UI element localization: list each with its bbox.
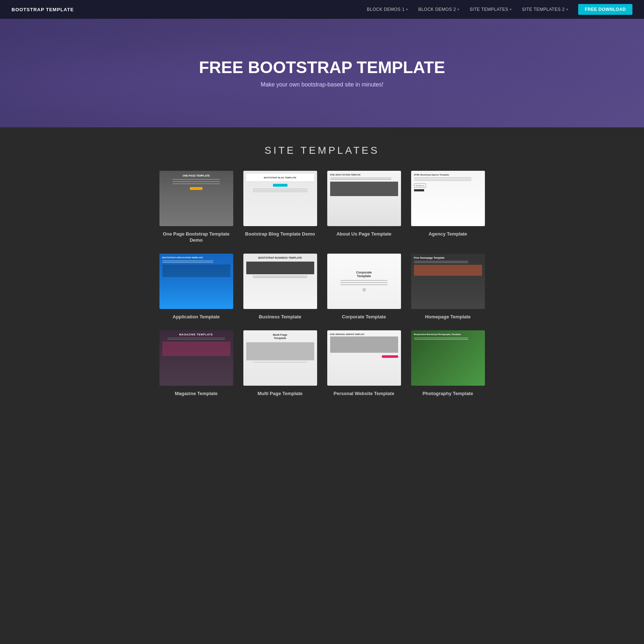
section-title: SITE TEMPLATES bbox=[22, 145, 622, 156]
template-card[interactable]: HTML Bootstrap Agency Template Contact u… bbox=[411, 171, 485, 243]
template-card[interactable]: Responsive Bootstrap Photography Templat… bbox=[411, 330, 485, 397]
chevron-down-icon: ▾ bbox=[457, 8, 460, 11]
template-thumbnail: HTML Bootstrap Agency Template Contact u… bbox=[411, 171, 485, 226]
nav-block-demos-2[interactable]: BLOCK DEMOS 2 ▾ bbox=[414, 5, 464, 14]
template-label: Photography Template bbox=[411, 391, 485, 397]
hero-subtitle: Make your own bootstrap-based site in mi… bbox=[199, 81, 445, 88]
template-thumbnail: HTML Personal Website Template bbox=[327, 330, 401, 386]
template-label: Application Template bbox=[159, 314, 233, 320]
hero-content: FREE BOOTSTRAP TEMPLATE Make your own bo… bbox=[199, 58, 445, 88]
nav-block-demos-1[interactable]: BLOCK DEMOS 1 ▾ bbox=[363, 5, 413, 14]
template-label: Corporate Template bbox=[327, 314, 401, 320]
template-card[interactable]: HTML ABOUT US PAGE TEMPLATE About Us Pag… bbox=[327, 171, 401, 243]
template-label: About Us Page Template bbox=[327, 231, 401, 237]
template-card[interactable]: Multi PageTemplate Multi Page Template bbox=[243, 330, 317, 397]
template-card[interactable]: ONE PAGE TEMPLATE One Page Bootstrap Tem… bbox=[159, 171, 233, 243]
template-thumbnail: CorporateTemplate bbox=[327, 254, 401, 309]
template-thumbnail: Free Homepage Template bbox=[411, 254, 485, 309]
template-card[interactable]: CorporateTemplate Corporate Template bbox=[327, 254, 401, 320]
template-label: Multi Page Template bbox=[243, 391, 317, 397]
template-thumbnail: ONE PAGE TEMPLATE bbox=[159, 171, 233, 226]
template-card[interactable]: Bootstrap Application Template Applicati… bbox=[159, 254, 233, 320]
free-download-button[interactable]: FREE DOWNLOAD bbox=[578, 4, 632, 15]
template-label: Personal Website Template bbox=[327, 391, 401, 397]
nav-site-templates-2[interactable]: SITE TEMPLATES 2 ▾ bbox=[517, 5, 572, 14]
template-thumbnail: BOOTSTRAP BLOG TEMPLATE bbox=[243, 171, 317, 226]
templates-section: SITE TEMPLATES ONE PAGE TEMPLATE One Pag… bbox=[0, 127, 644, 414]
nav-links: BLOCK DEMOS 1 ▾ BLOCK DEMOS 2 ▾ SITE TEM… bbox=[363, 4, 632, 15]
template-label: Magazine Template bbox=[159, 391, 233, 397]
template-thumbnail: MAGAZINE TEMPLATE bbox=[159, 330, 233, 386]
template-thumbnail: Responsive Bootstrap Photography Templat… bbox=[411, 330, 485, 386]
hero-section: FREE BOOTSTRAP TEMPLATE Make your own bo… bbox=[0, 19, 644, 127]
navbar: BOOTSTRAP TEMPLATE BLOCK DEMOS 1 ▾ BLOCK… bbox=[0, 0, 644, 19]
template-card[interactable]: BOOTSTRAP BLOG TEMPLATE Bootstrap Blog T… bbox=[243, 171, 317, 243]
template-thumbnail: Bootstrap Application Template bbox=[159, 254, 233, 309]
hero-title: FREE BOOTSTRAP TEMPLATE bbox=[199, 58, 445, 77]
template-label: Bootstrap Blog Template Demo bbox=[243, 231, 317, 237]
template-label: One Page Bootstrap Template Demo bbox=[159, 231, 233, 243]
nav-site-templates[interactable]: SITE TEMPLATES ▾ bbox=[465, 5, 516, 14]
chevron-down-icon: ▾ bbox=[406, 8, 408, 11]
chevron-down-icon: ▾ bbox=[510, 8, 512, 11]
template-label: Agency Template bbox=[411, 231, 485, 237]
templates-grid: ONE PAGE TEMPLATE One Page Bootstrap Tem… bbox=[159, 171, 485, 397]
template-label: Business Template bbox=[243, 314, 317, 320]
nav-brand: BOOTSTRAP TEMPLATE bbox=[12, 7, 74, 12]
template-card[interactable]: HTML Personal Website Template Personal … bbox=[327, 330, 401, 397]
template-card[interactable]: Bootstrap Business Template Business Tem… bbox=[243, 254, 317, 320]
chevron-down-icon: ▾ bbox=[566, 8, 568, 11]
template-thumbnail: Multi PageTemplate bbox=[243, 330, 317, 386]
template-card[interactable]: MAGAZINE TEMPLATE Magazine Template bbox=[159, 330, 233, 397]
template-card[interactable]: Free Homepage Template Homepage Template bbox=[411, 254, 485, 320]
template-label: Homepage Template bbox=[411, 314, 485, 320]
template-thumbnail: HTML ABOUT US PAGE TEMPLATE bbox=[327, 171, 401, 226]
template-thumbnail: Bootstrap Business Template bbox=[243, 254, 317, 309]
